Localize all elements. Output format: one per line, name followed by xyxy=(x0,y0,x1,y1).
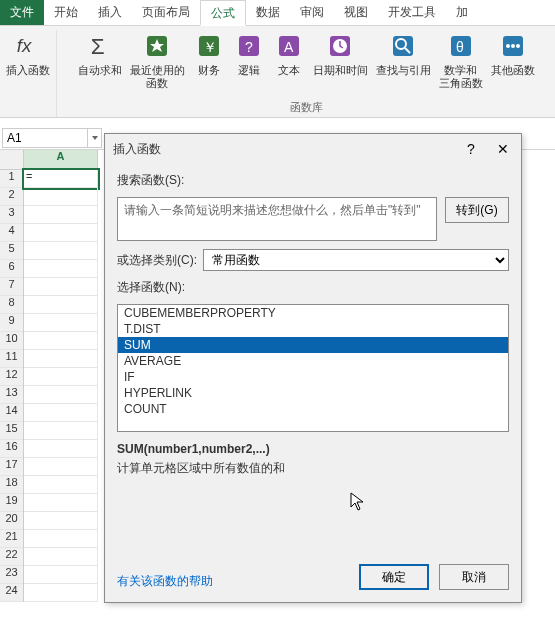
tab-insert[interactable]: 插入 xyxy=(88,0,132,25)
row-header[interactable]: 6 xyxy=(0,260,23,278)
cell[interactable] xyxy=(24,530,98,548)
text-button[interactable]: A 文本 xyxy=(273,30,305,90)
tab-review[interactable]: 审阅 xyxy=(290,0,334,25)
cell[interactable] xyxy=(24,494,98,512)
tab-home[interactable]: 开始 xyxy=(44,0,88,25)
tab-addins[interactable]: 加 xyxy=(446,0,478,25)
row-header[interactable]: 2 xyxy=(0,188,23,206)
tab-formula[interactable]: 公式 xyxy=(200,0,246,26)
cell[interactable] xyxy=(24,224,98,242)
insert-function-button[interactable]: fx 插入函数 xyxy=(6,30,50,77)
row-header[interactable]: 19 xyxy=(0,494,23,512)
recent-label: 最近使用的 函数 xyxy=(130,64,185,90)
name-box-dropdown[interactable] xyxy=(88,128,102,148)
function-list-item[interactable]: SUM xyxy=(118,337,508,353)
math-button[interactable]: θ 数学和 三角函数 xyxy=(439,30,483,90)
search-input[interactable]: 请输入一条简短说明来描述您想做什么，然后单击"转到" xyxy=(117,197,437,241)
function-list-item[interactable]: IF xyxy=(118,369,508,385)
cell[interactable] xyxy=(24,386,98,404)
category-select[interactable]: 常用函数 xyxy=(203,249,509,271)
cell[interactable] xyxy=(24,548,98,566)
cell[interactable] xyxy=(24,368,98,386)
cell[interactable] xyxy=(24,314,98,332)
cell[interactable] xyxy=(24,188,98,206)
cell[interactable] xyxy=(24,440,98,458)
financial-button[interactable]: ￥ 财务 xyxy=(193,30,225,90)
col-header-a[interactable]: A xyxy=(24,150,98,170)
row-header[interactable]: 1 xyxy=(0,170,23,188)
cell[interactable] xyxy=(24,260,98,278)
row-header[interactable]: 5 xyxy=(0,242,23,260)
logical-button[interactable]: ? 逻辑 xyxy=(233,30,265,90)
tab-data[interactable]: 数据 xyxy=(246,0,290,25)
more-functions-button[interactable]: 其他函数 xyxy=(491,30,535,90)
cancel-button[interactable]: 取消 xyxy=(439,564,509,590)
recent-functions-button[interactable]: 最近使用的 函数 xyxy=(130,30,185,90)
lookup-button[interactable]: 查找与引用 xyxy=(376,30,431,90)
row-header[interactable]: 9 xyxy=(0,314,23,332)
ok-button[interactable]: 确定 xyxy=(359,564,429,590)
row-header[interactable]: 17 xyxy=(0,458,23,476)
row-header[interactable]: 21 xyxy=(0,530,23,548)
cell[interactable] xyxy=(24,350,98,368)
cell[interactable] xyxy=(24,296,98,314)
clock-icon xyxy=(324,30,356,62)
math-label: 数学和 三角函数 xyxy=(439,64,483,90)
select-all-corner[interactable] xyxy=(0,150,23,170)
svg-text:?: ? xyxy=(245,39,253,55)
cell[interactable] xyxy=(24,458,98,476)
function-list-item[interactable]: AVERAGE xyxy=(118,353,508,369)
row-header[interactable]: 13 xyxy=(0,386,23,404)
function-list-item[interactable]: CUBEMEMBERPROPERTY xyxy=(118,305,508,321)
cell[interactable] xyxy=(24,512,98,530)
cell[interactable] xyxy=(24,278,98,296)
text-label: 文本 xyxy=(278,64,300,77)
row-header[interactable]: 20 xyxy=(0,512,23,530)
function-list-item[interactable]: COUNT xyxy=(118,401,508,417)
help-link[interactable]: 有关该函数的帮助 xyxy=(117,573,213,590)
row-header[interactable]: 12 xyxy=(0,368,23,386)
cell[interactable] xyxy=(24,206,98,224)
row-header[interactable]: 15 xyxy=(0,422,23,440)
row-header[interactable]: 23 xyxy=(0,566,23,584)
name-box[interactable] xyxy=(2,128,88,148)
function-list-item[interactable]: HYPERLINK xyxy=(118,385,508,401)
row-header[interactable]: 3 xyxy=(0,206,23,224)
row-header[interactable]: 11 xyxy=(0,350,23,368)
logical-label: 逻辑 xyxy=(238,64,260,77)
tab-file[interactable]: 文件 xyxy=(0,0,44,25)
row-header[interactable]: 18 xyxy=(0,476,23,494)
row-header[interactable]: 8 xyxy=(0,296,23,314)
svg-point-16 xyxy=(506,44,510,48)
tab-view[interactable]: 视图 xyxy=(334,0,378,25)
category-label: 或选择类别(C): xyxy=(117,252,197,269)
go-button[interactable]: 转到(G) xyxy=(445,197,509,223)
tab-dev[interactable]: 开发工具 xyxy=(378,0,446,25)
cell[interactable] xyxy=(24,566,98,584)
ribbon: fx 插入函数 Σ 自动求和 最近使用的 函数 ￥ 财务 ? 逻辑 xyxy=(0,26,555,118)
row-header[interactable]: 16 xyxy=(0,440,23,458)
cell[interactable] xyxy=(24,584,98,602)
row-header[interactable]: 10 xyxy=(0,332,23,350)
close-button[interactable]: ✕ xyxy=(493,140,513,158)
tab-layout[interactable]: 页面布局 xyxy=(132,0,200,25)
help-button[interactable]: ? xyxy=(461,140,481,158)
cell[interactable] xyxy=(24,476,98,494)
svg-text:fx: fx xyxy=(17,35,32,56)
cell[interactable] xyxy=(24,242,98,260)
svg-text:A: A xyxy=(284,39,294,55)
autosum-button[interactable]: Σ 自动求和 xyxy=(78,30,122,90)
cell[interactable]: = xyxy=(24,170,98,188)
cell[interactable] xyxy=(24,422,98,440)
cell[interactable] xyxy=(24,332,98,350)
cell[interactable] xyxy=(24,404,98,422)
row-header[interactable]: 7 xyxy=(0,278,23,296)
row-header[interactable]: 24 xyxy=(0,584,23,602)
function-listbox[interactable]: CUBEMEMBERPROPERTYT.DISTSUMAVERAGEIFHYPE… xyxy=(117,304,509,432)
row-header[interactable]: 4 xyxy=(0,224,23,242)
sigma-icon: Σ xyxy=(84,30,116,62)
row-header[interactable]: 22 xyxy=(0,548,23,566)
row-header[interactable]: 14 xyxy=(0,404,23,422)
function-list-item[interactable]: T.DIST xyxy=(118,321,508,337)
datetime-button[interactable]: 日期和时间 xyxy=(313,30,368,90)
